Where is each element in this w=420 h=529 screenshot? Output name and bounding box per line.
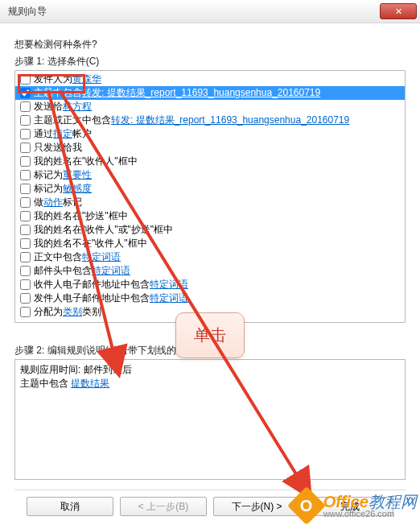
condition-link[interactable]: 转发: 提数结果_report_11693_huangsenhua_201607… [111,114,349,127]
condition-prefix: 主题或正文中包含 [34,114,111,127]
condition-prefix: 分配为 [34,305,63,319]
condition-checkbox[interactable] [20,184,31,194]
question-heading: 想要检测何种条件? [14,38,406,52]
condition-checkbox[interactable] [20,238,31,249]
condition-row[interactable]: 邮件头中包含 特定词语 [15,264,405,278]
content-area: 想要检测何种条件? 步骤 1: 选择条件(C) 发件人为 黄森华主题中包含 转发… [0,23,420,490]
condition-prefix: 做 [34,196,43,209]
condition-prefix: 邮件头中包含 [34,264,92,278]
condition-prefix: 收件人电子邮件地址中包含 [34,278,150,291]
condition-row[interactable]: 发送给 林方程 [15,100,405,114]
condition-suffix: 标记 [63,196,82,209]
condition-row[interactable]: 我的姓名不在"收件人"框中 [15,237,405,250]
condition-row[interactable]: 主题中包含 转发: 提数结果_report_11693_huangsenhua_… [15,86,405,100]
condition-link[interactable]: 重要性 [63,168,92,182]
condition-prefix: 发件人为 [34,72,72,86]
condition-row[interactable]: 我的姓名在"收件人"或"抄送"框中 [15,223,405,237]
condition-prefix: 主题中包含 [34,86,82,100]
condition-link[interactable]: 特定词语 [82,250,121,264]
condition-checkbox[interactable] [20,129,31,139]
condition-prefix: 我的姓名在"收件人"框中 [34,155,138,168]
condition-checkbox[interactable] [20,225,31,235]
condition-row[interactable]: 做 动作 标记 [15,196,405,209]
condition-checkbox[interactable] [20,101,31,112]
condition-link[interactable]: 转发: 提数结果_report_11693_huangsenhua_201607… [82,86,320,100]
next-button[interactable]: 下一步(N) > [213,497,300,516]
close-icon: ✕ [395,6,402,17]
condition-row[interactable]: 发件人为 黄森华 [15,72,405,86]
dialog-window: 规则向导 ✕ 想要检测何种条件? 步骤 1: 选择条件(C) 发件人为 黄森华主… [0,0,420,529]
desc-line-1: 规则应用时间: 邮件到达后 [20,363,400,377]
condition-checkbox[interactable] [20,156,31,167]
condition-row[interactable]: 发件人电子邮件地址中包含 特定词语 [15,291,405,305]
condition-link[interactable]: 特定词语 [92,264,130,278]
condition-prefix: 我的姓名不在"收件人"框中 [34,237,147,250]
desc-line-2: 主题中包含 提数结果 [20,377,400,391]
condition-prefix: 发件人电子邮件地址中包含 [34,291,150,305]
condition-checkbox[interactable] [20,88,31,98]
condition-link[interactable]: 指定 [53,127,72,141]
back-button[interactable]: < 上一步(B) [120,497,207,516]
watermark-text: Office教程网 www.office26.com [323,494,417,519]
close-button[interactable]: ✕ [380,3,417,19]
condition-checkbox[interactable] [20,170,31,180]
annotation-callout: 单击 [175,312,245,358]
condition-checkbox[interactable] [20,74,31,85]
condition-prefix: 我的姓名在"抄送"框中 [34,209,128,223]
condition-row[interactable]: 通过 指定 帐户 [15,127,405,141]
cancel-button[interactable]: 取消 [27,497,113,516]
condition-prefix: 发送给 [34,100,63,114]
rule-description-box: 规则应用时间: 邮件到达后 主题中包含 提数结果 [14,359,406,480]
condition-link[interactable]: 动作 [43,196,63,209]
condition-link[interactable]: 特定词语 [150,278,188,291]
condition-prefix: 标记为 [34,182,63,196]
condition-link[interactable]: 类别 [63,305,82,319]
titlebar: 规则向导 ✕ [0,0,420,23]
watermark-url: www.office26.com [323,510,417,519]
condition-checkbox[interactable] [20,115,31,126]
watermark-brand: Office教程网 [323,494,417,510]
window-title: 规则向导 [8,5,380,19]
condition-checkbox[interactable] [20,279,31,290]
condition-row[interactable]: 标记为 敏感度 [15,182,405,196]
condition-link[interactable]: 黄森华 [72,72,101,86]
condition-checkbox[interactable] [20,266,31,276]
condition-prefix: 通过 [34,127,53,141]
step1-label: 步骤 1: 选择条件(C) [14,55,406,68]
condition-link[interactable]: 敏感度 [63,182,92,196]
condition-row[interactable]: 我的姓名在"抄送"框中 [15,209,405,223]
watermark-icon: O [287,486,326,525]
desc-subject-link[interactable]: 提数结果 [71,378,109,389]
condition-checkbox[interactable] [20,211,31,221]
condition-prefix: 标记为 [34,168,63,182]
condition-row[interactable]: 收件人电子邮件地址中包含 特定词语 [15,278,405,291]
condition-checkbox[interactable] [20,293,31,304]
condition-row[interactable]: 标记为 重要性 [15,168,405,182]
condition-row[interactable]: 正文中包含 特定词语 [15,250,405,264]
condition-checkbox[interactable] [20,143,31,153]
condition-prefix: 正文中包含 [34,250,82,264]
condition-row[interactable]: 主题或正文中包含 转发: 提数结果_report_11693_huangsenh… [15,114,405,127]
conditions-container: 发件人为 黄森华主题中包含 转发: 提数结果_report_11693_huan… [15,71,405,320]
condition-suffix: 帐户 [72,127,92,141]
separator [14,490,406,490]
conditions-listbox[interactable]: 发件人为 黄森华主题中包含 转发: 提数结果_report_11693_huan… [14,70,406,323]
condition-row[interactable]: 我的姓名在"收件人"框中 [15,155,405,168]
condition-checkbox[interactable] [20,252,31,262]
condition-checkbox[interactable] [20,307,31,317]
condition-row[interactable]: 只发送给我 [15,141,405,155]
condition-prefix: 只发送给我 [34,141,82,155]
condition-checkbox[interactable] [20,197,31,208]
step2-area: 步骤 2: 编辑规则说明(单击带下划线的值)(D) 规则应用时间: 邮件到达后 … [14,344,406,480]
condition-suffix: 类别 [82,305,101,319]
desc-line-2-prefix: 主题中包含 [20,378,71,389]
condition-prefix: 我的姓名在"收件人"或"抄送"框中 [34,223,173,237]
condition-link[interactable]: 特定词语 [150,291,188,305]
callout-text: 单击 [194,326,226,344]
watermark: O Office教程网 www.office26.com [293,492,417,519]
condition-link[interactable]: 林方程 [63,100,92,114]
